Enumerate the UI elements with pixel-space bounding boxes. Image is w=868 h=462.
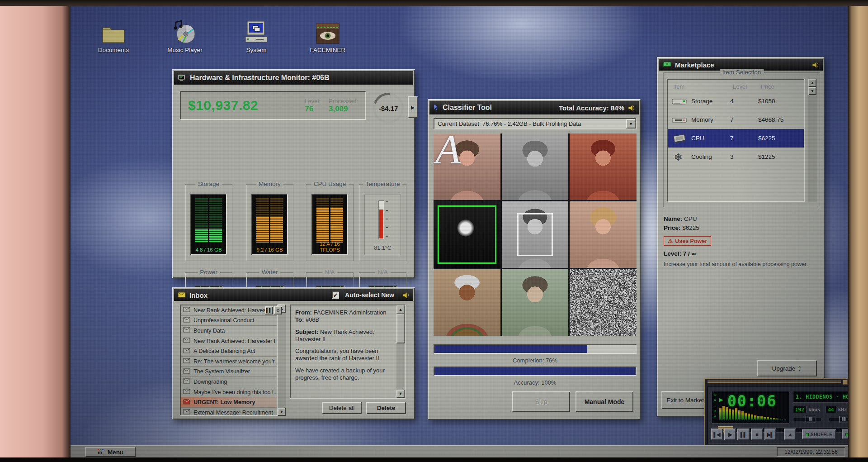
transport-controls: ▌◀▶▌▌■▶▌▲SHUFFLE↻ — [711, 428, 848, 441]
previous-button[interactable]: ▌◀ — [711, 429, 723, 440]
delete-button[interactable]: Delete — [366, 402, 406, 414]
envelope-icon — [178, 291, 186, 299]
desktop-icon-label: System — [246, 47, 266, 53]
face-image[interactable] — [570, 201, 637, 268]
face-image[interactable] — [502, 133, 569, 200]
balance-slider[interactable] — [829, 418, 848, 421]
face-grid: A — [434, 133, 637, 336]
lcd-display: 12.4 / 16 TFLOPS — [311, 194, 348, 255]
inbox-message-row[interactable]: New Rank Achieved: Harvester I — [181, 336, 277, 347]
drive-icon — [668, 97, 691, 106]
shuffle-button[interactable]: SHUFFLE — [802, 429, 836, 439]
player-titlebar[interactable]: ✕ — [705, 379, 848, 386]
volume-slider[interactable] — [793, 418, 821, 421]
inbox-message-list: New Rank Achieved: Harveste...Unprofessi… — [180, 305, 278, 416]
marketplace-row-cooling[interactable]: ❄Cooling3$1225 — [668, 148, 804, 166]
desktop-icon-label: Music Player — [167, 47, 202, 53]
inbox-message-row[interactable]: Downgrading — [181, 377, 277, 387]
inbox-title: Inbox — [189, 291, 208, 299]
speaker-icon[interactable] — [628, 105, 635, 111]
popout-button[interactable]: ⧉ — [274, 306, 282, 314]
ram-icon — [668, 115, 691, 124]
inbox-message-row[interactable]: URGENT: Low Memory — [181, 397, 277, 408]
pause-button[interactable]: ▌▌ — [265, 306, 273, 314]
inbox-message-row[interactable]: A Delicate Balancing Act — [181, 346, 277, 357]
hardware-monitor-window: Hardware & Infrastructure Monitor: #06B … — [172, 69, 415, 278]
desktop-icon-system[interactable]: System — [236, 19, 277, 53]
message-scroll-thumb[interactable] — [396, 314, 405, 343]
pause-button[interactable]: ▌▌ — [737, 429, 750, 440]
dataset-dropdown[interactable]: Current Dataset: 76.76% - 2.42GB - Bulk … — [434, 118, 637, 129]
desktop-icon-music-player[interactable]: Music Player — [165, 19, 205, 53]
desktop-icon-faceminer[interactable]: FACEMINER — [307, 19, 348, 53]
next-button[interactable]: ▶▌ — [764, 429, 777, 440]
minimize-button[interactable] — [843, 380, 848, 385]
inbox-message-row[interactable]: New Rank Achieved: Harveste... — [181, 305, 277, 316]
menu-logo: m — [97, 448, 104, 456]
chip-icon — [668, 133, 691, 144]
stop-button[interactable]: ■ — [751, 429, 763, 440]
desktop-icon-label: FACEMINER — [310, 47, 346, 53]
eject-button[interactable]: ▲ — [784, 429, 796, 440]
desktop-icon-documents[interactable]: Documents — [93, 19, 134, 53]
temperature-label: Temperature — [363, 181, 403, 187]
face-image[interactable]: A — [434, 133, 500, 200]
hardware-monitor-titlebar[interactable]: Hardware & Infrastructure Monitor: #06B — [174, 71, 413, 85]
mail-icon — [183, 368, 190, 375]
marketplace-row-cpu[interactable]: CPU7$6225 — [668, 129, 804, 148]
inbox-titlebar[interactable]: Inbox ✓ Auto-select New — [174, 289, 413, 301]
autoselect-checkbox[interactable]: ✓ — [332, 291, 339, 299]
inbox-message-row[interactable]: Unprofessional Conduct — [181, 316, 277, 326]
face-image[interactable] — [434, 269, 500, 336]
inbox-message-row[interactable]: The System Visualizer — [181, 367, 277, 377]
face-image[interactable] — [570, 133, 637, 200]
manual-mode-button[interactable]: Manual Mode — [576, 391, 633, 412]
scroll-up-button[interactable]: ▲ — [808, 79, 816, 87]
crt-monitor: DocumentsMusic PlayerSystemFACEMINER Har… — [0, 0, 868, 462]
face-image[interactable] — [502, 269, 569, 336]
item-selection-label: Item Selection — [720, 69, 764, 76]
lcd-display: 9.2 / 16 GB — [251, 194, 288, 255]
balance-thumb[interactable] — [839, 416, 848, 423]
inbox-scrollbar[interactable]: ▲ ▼ — [278, 305, 286, 416]
taskbar: m Menu 12/02/1999, 22:32:56 — [71, 445, 848, 457]
clutterbar[interactable]: OAIDV — [713, 392, 717, 422]
speaker-icon[interactable] — [402, 292, 410, 299]
classifier-titlebar[interactable]: Classifier Tool Total Accuracy: 84% — [429, 101, 639, 114]
message-header: From: FACEMINER Administration To: #06B — [295, 309, 391, 324]
scroll-down-button[interactable]: ▼ — [278, 408, 286, 416]
monitor-bezel-left — [0, 0, 71, 457]
marketplace-row-storage[interactable]: Storage4$1050 — [668, 92, 804, 110]
face-image[interactable] — [434, 201, 500, 268]
bitrate-value: 192 — [793, 406, 807, 413]
skip-button[interactable]: Skip — [512, 391, 570, 412]
marketplace-scrollbar[interactable]: ▲ ▼ — [808, 79, 817, 202]
face-image[interactable] — [502, 201, 569, 268]
volume-thumb[interactable] — [806, 416, 816, 423]
speaker-icon[interactable] — [812, 62, 819, 68]
track-title[interactable]: 1. HIDDENOS - HOPEMINER <4:17> — [793, 391, 848, 403]
scroll-up-button[interactable]: ▲ — [396, 305, 405, 314]
play-button[interactable]: ▶ — [724, 429, 736, 440]
monitor-bezel-top — [0, 0, 868, 6]
money-panel: $10,937.82 Level: 76 Processed: 3,009 — [180, 91, 366, 120]
mail-icon — [183, 378, 190, 385]
col-level: Level — [733, 83, 761, 90]
inbox-message-row[interactable]: Re: The warmest welcome you'r... — [181, 357, 277, 367]
scroll-down-button[interactable]: ▼ — [808, 87, 816, 95]
folder-icon — [101, 19, 126, 44]
scroll-down-button[interactable]: ▼ — [396, 390, 405, 398]
repeat-button[interactable]: ↻ — [842, 429, 848, 439]
noise-tile[interactable] — [570, 269, 637, 336]
delete-all-button[interactable]: Delete all — [322, 402, 362, 414]
inbox-message-row[interactable]: External Message: Recruitment — [181, 408, 277, 416]
level-stat: Level: 76 — [305, 98, 321, 114]
upgrade-button[interactable]: Upgrade ⇧ — [757, 360, 817, 376]
message-tools: ▌▌ ⧉ — [265, 306, 282, 314]
menu-button[interactable]: m Menu — [85, 447, 136, 457]
marketplace-row-memory[interactable]: Memory7$4668.75 — [668, 110, 804, 129]
inbox-message-row[interactable]: Bounty Data — [181, 326, 277, 336]
dropdown-arrow[interactable]: ▼ — [626, 119, 636, 129]
inbox-message-row[interactable]: Maybe I've been doing this too l... — [181, 387, 277, 398]
panel-expand-button[interactable]: ▶ — [408, 96, 418, 118]
